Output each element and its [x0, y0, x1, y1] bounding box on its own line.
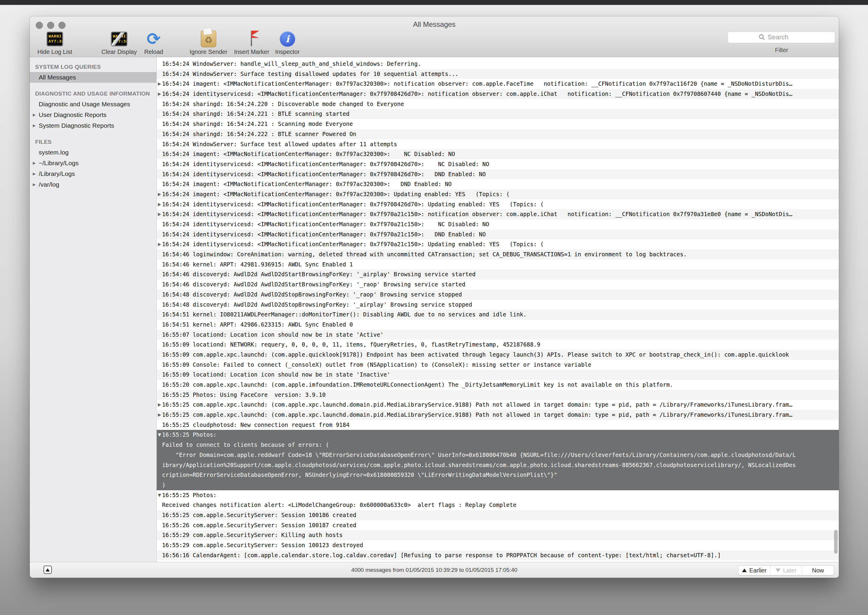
log-line: 16:55:29 com.apple.SecurityServer: Killi… [157, 530, 839, 540]
log-line: 16:54:51 kernel: ARPT: 42986.623315: AWD… [157, 320, 839, 330]
log-row[interactable]: 16:55:20 com.apple.xpc.launchd: (com.app… [157, 380, 839, 390]
log-row[interactable]: 16:55:09 locationd: Location icon should… [157, 370, 839, 380]
inspector-button[interactable]: i Inspector [259, 30, 316, 55]
disclosure-triangle-icon[interactable]: ▶ [158, 410, 161, 420]
log-row[interactable]: 16:55:09 com.apple.xpc.launchd: (com.app… [157, 350, 839, 360]
now-button[interactable]: Now [802, 566, 834, 575]
log-line: 16:54:46 loginwindow: CoreAnimation: war… [157, 250, 839, 259]
log-row[interactable]: 16:54:46 discoveryd: AwdlD2d AwdlD2dStar… [157, 269, 839, 279]
sidebar-item-system-log[interactable]: system.log [30, 147, 156, 158]
log-row[interactable]: 16:54:24 sharingd: 16:54:24.221 : Scanni… [157, 119, 839, 129]
log-row[interactable]: 16:55:09 locationd: NETWORK: requery, 0,… [157, 340, 839, 350]
disclosure-triangle-icon[interactable]: ▶ [33, 158, 36, 169]
disclosure-triangle-icon[interactable]: ▶ [158, 79, 161, 89]
log-row[interactable]: 16:55:29 com.apple.SecurityServer: Sessi… [157, 540, 839, 550]
sidebar-item-library-logs[interactable]: ▶/Library/Logs [30, 169, 156, 179]
disclosure-triangle-icon[interactable]: ▼ [158, 430, 161, 440]
log-row[interactable]: ▶16:54:24 identityservicesd: <IMMacNotif… [157, 200, 839, 209]
log-line: "Error Domain=com.apple.reddwarf Code=18… [157, 450, 839, 460]
log-row[interactable]: ▶16:54:24 imagent: <IMMacNotificationCen… [157, 79, 839, 89]
log-row[interactable]: 16:54:24 sharingd: 16:54:24.221 : BTLE s… [157, 109, 839, 119]
toolbar-button-label: Ignore Sender [190, 48, 228, 55]
hide-log-list-button[interactable]: WARNI AY7:36 Hide Log List [30, 30, 83, 55]
search-field[interactable] [727, 31, 835, 43]
disclosure-triangle-icon[interactable]: ▶ [158, 239, 161, 250]
log-row[interactable]: ▶16:54:24 identityservicesd: <IMMacNotif… [157, 239, 839, 250]
search-input[interactable] [767, 33, 804, 41]
log-row[interactable]: 16:54:24 imagent: <IMMacNotificationCent… [157, 149, 839, 159]
log-row[interactable]: 16:54:24 WindowServer: handle_will_sleep… [157, 59, 839, 69]
log-row[interactable]: 16:54:24 WindowServer: Surface test allo… [157, 139, 839, 150]
log-row[interactable]: 16:54:46 loginwindow: CoreAnimation: war… [157, 250, 839, 259]
disclosure-triangle-icon[interactable]: ▼ [158, 490, 161, 500]
log-row[interactable]: ▼16:55:25 Photos:Received changes notifi… [157, 490, 839, 510]
log-line: 16:55:25 Photos: Using FaceCore version:… [157, 390, 839, 400]
sidebar-item-diagnostic-and-usage-messages[interactable]: Diagnostic and Usage Messages [30, 99, 156, 109]
log-line: 16:54:24 identityservicesd: <IMMacNotifi… [157, 169, 839, 180]
log-row[interactable]: ▶16:54:24 identityservicesd: <IMMacNotif… [157, 89, 839, 99]
disclosure-triangle-icon[interactable]: ▶ [158, 89, 161, 99]
sidebar-item-label: /var/log [39, 181, 59, 188]
log-row[interactable]: 16:55:25 com.apple.SecurityServer: Sessi… [157, 510, 839, 520]
log-row[interactable]: ▼16:55:25 Photos:Failed to connect to cl… [157, 430, 839, 490]
log-row[interactable]: 16:54:51 kernel: IO80211AWDLPeerManager:… [157, 310, 839, 320]
log-line: Received changes notification alert: <Li… [157, 500, 839, 510]
sidebar-item-library-logs[interactable]: ▶~/Library/Logs [30, 158, 156, 169]
disclosure-triangle-icon[interactable]: ▶ [158, 200, 161, 209]
log-row[interactable]: ▶16:55:25 com.apple.xpc.launchd: (com.ap… [157, 410, 839, 420]
log-row[interactable]: 16:54:24 sharingd: 16:54:24.220 : Discov… [157, 99, 839, 109]
disclosure-triangle-icon[interactable]: ▶ [33, 120, 36, 131]
log-row[interactable]: 16:55:09 Console: Failed to connect (_co… [157, 360, 839, 370]
sidebar-item-var-log[interactable]: ▶/var/log [30, 179, 156, 190]
disclosure-triangle-icon[interactable]: ▶ [33, 179, 36, 190]
log-row[interactable]: ▶16:55:25 com.apple.xpc.launchd: (com.ap… [157, 400, 839, 410]
log-line: 16:55:25 Photos: [157, 490, 839, 500]
disclosure-triangle-icon[interactable]: ▶ [33, 169, 36, 179]
clear-lcd-icon: WARNI AY7:36 [111, 30, 127, 48]
sidebar-item-user-diagnostic-reports[interactable]: ▶User Diagnostic Reports [30, 109, 156, 120]
log-row[interactable]: 16:54:24 identityservicesd: <IMMacNotifi… [157, 219, 839, 229]
log-line: 16:54:24 imagent: <IMMacNotificationCent… [157, 179, 839, 189]
disclosure-triangle-icon[interactable]: ▶ [158, 209, 161, 219]
log-row[interactable]: 16:54:24 identityservicesd: <IMMacNotifi… [157, 159, 839, 169]
log-line: ibrary/Application%20Support/com.apple.c… [157, 460, 839, 470]
later-button[interactable]: Later [770, 566, 802, 575]
log-line: 16:54:24 sharingd: 16:54:24.221 : Scanni… [157, 119, 839, 129]
log-row[interactable]: 16:54:48 discoveryd: AwdlD2d AwdlD2dStop… [157, 290, 839, 300]
disclosure-triangle-icon[interactable]: ▶ [158, 400, 161, 410]
disclosure-triangle-icon[interactable]: ▶ [33, 109, 36, 120]
log-line: 16:55:07 locationd: Location icon should… [157, 330, 839, 340]
down-triangle-icon [776, 568, 780, 572]
paper-bag-icon: ♻ [201, 30, 216, 48]
log-row[interactable]: ▶16:54:24 imagent: <IMMacNotificationCen… [157, 189, 839, 200]
info-circle-icon: i [280, 30, 295, 48]
window-header: All Messages WARNI AY7:36 Hide Log List … [30, 16, 839, 57]
console-window: All Messages WARNI AY7:36 Hide Log List … [30, 16, 839, 578]
earlier-button-label: Earlier [749, 567, 767, 574]
log-row[interactable]: 16:54:24 sharingd: 16:54:24.222 : BTLE s… [157, 129, 839, 139]
log-row[interactable]: 16:54:24 identityservicesd: <IMMacNotifi… [157, 169, 839, 180]
log-row[interactable]: 16:56:16 CalendarAgent: [com.apple.calen… [157, 550, 839, 560]
log-row[interactable]: 16:54:46 kernel: ARPT: 42981.936915: AWD… [157, 259, 839, 270]
log-row[interactable]: 16:54:24 WindowServer: Surface testing d… [157, 69, 839, 79]
log-row[interactable]: 16:55:26 com.apple.SecurityServer: Sessi… [157, 520, 839, 531]
log-view[interactable]: 16:54:24 WindowServer: handle_will_sleep… [157, 57, 839, 562]
log-row[interactable]: 16:54:48 discoveryd: AwdlD2d AwdlD2dStop… [157, 300, 839, 310]
sidebar-item-all-messages[interactable]: All Messages [30, 72, 156, 83]
log-row[interactable]: 16:54:24 imagent: <IMMacNotificationCent… [157, 179, 839, 189]
sidebar-item-system-diagnostic-reports[interactable]: ▶System Diagnostic Reports [30, 120, 156, 131]
reload-button[interactable]: ⟳ Reload [125, 30, 182, 55]
log-row[interactable]: 16:55:25 cloudphotosd: New connection re… [157, 420, 839, 430]
earlier-button[interactable]: Earlier [738, 566, 770, 575]
log-line: Failed to connect to clients because of … [157, 440, 839, 450]
log-row[interactable]: ▶16:54:24 identityservicesd: <IMMacNotif… [157, 209, 839, 219]
disclosure-triangle-icon[interactable]: ▶ [158, 189, 161, 200]
vertical-scrollbar-thumb[interactable] [834, 530, 838, 554]
sidebar: SYSTEM LOG QUERIESAll MessagesDIAGNOSTIC… [30, 57, 157, 562]
log-row[interactable]: 16:54:24 identityservicesd: <IMMacNotifi… [157, 229, 839, 240]
log-row[interactable]: 16:54:46 discoveryd: AwdlD2d AwdlD2dStar… [157, 279, 839, 290]
log-row[interactable]: 16:55:25 Photos: Using FaceCore version:… [157, 390, 839, 400]
log-row[interactable]: 16:54:51 kernel: ARPT: 42986.623315: AWD… [157, 320, 839, 330]
log-row[interactable]: 16:55:07 locationd: Location icon should… [157, 330, 839, 340]
log-row[interactable]: 16:55:29 com.apple.SecurityServer: Killi… [157, 530, 839, 540]
